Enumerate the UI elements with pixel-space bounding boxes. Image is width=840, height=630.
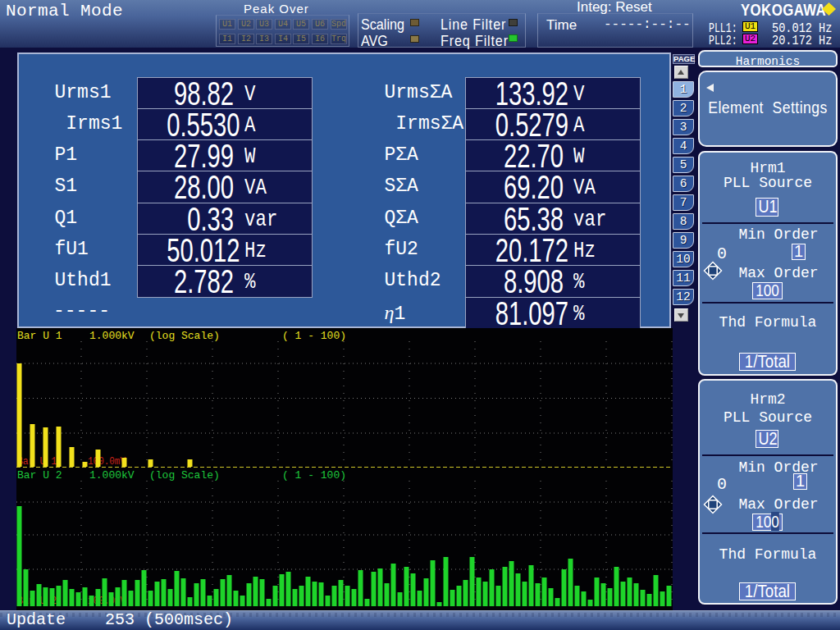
svg-text:( 1 - 100): ( 1 - 100) (282, 330, 346, 342)
svg-text:Bar U 1: Bar U 1 (17, 330, 62, 342)
svg-text:Bar U 2: Bar U 2 (17, 469, 62, 482)
svg-text:1.000kV: 1.000kV (89, 469, 135, 482)
svg-text:1.000kV: 1.000kV (89, 330, 135, 342)
svg-text:Bar U 1: Bar U 1 (17, 455, 57, 468)
svg-text:(log Scale): (log Scale) (149, 330, 220, 342)
svg-text:( 1 - 100): ( 1 - 100) (282, 469, 346, 482)
svg-text:100.0mV: 100.0mV (88, 455, 126, 468)
svg-text:(log Scale): (log Scale) (149, 469, 220, 482)
